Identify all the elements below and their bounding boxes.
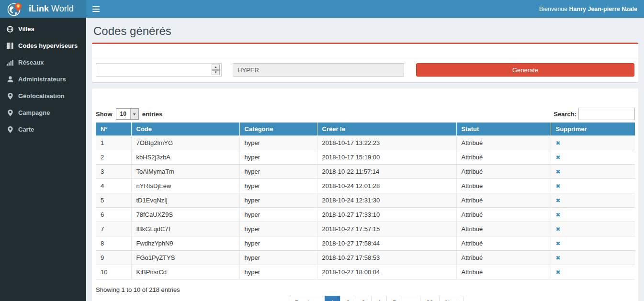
quantity-input[interactable]: ▲ ▼ — [96, 63, 222, 77]
delete-icon[interactable]: ✖ — [556, 240, 561, 247]
cell-category: hyper — [239, 193, 317, 208]
cell-code: tD1EvqNzIj — [131, 193, 239, 208]
category-field: HYPER — [233, 63, 404, 77]
delete-icon[interactable]: ✖ — [556, 154, 561, 161]
cell-num: 7 — [96, 222, 131, 236]
map-marker-icon — [6, 93, 14, 100]
cell-status: Attribué — [456, 150, 551, 165]
cell-code: KiBPirsrCd — [131, 265, 239, 279]
table-row: 3ToAiMymaTmhyper2018-10-22 11:57:14Attri… — [96, 165, 635, 179]
cell-created: 2018-10-22 11:57:14 — [317, 165, 456, 179]
cell-category: hyper — [239, 265, 317, 279]
delete-icon[interactable]: ✖ — [556, 183, 561, 190]
top-header: $ iLink World Bienvenue Hanry Jean-pierr… — [0, 0, 644, 18]
cell-status: Attribué — [456, 208, 551, 222]
cell-created: 2018-10-24 12:01:28 — [317, 179, 456, 193]
table-row: 4nYRIsDjEewhyper2018-10-24 12:01:28Attri… — [96, 179, 635, 193]
cell-code: IBkGLqdC7f — [131, 222, 239, 236]
pagination-next-button[interactable]: Next — [439, 296, 464, 301]
cell-status: Attribué — [456, 136, 551, 150]
cell-num: 2 — [96, 150, 131, 165]
sidebar-item-label: Administrateurs — [18, 76, 66, 83]
cell-delete: ✖ — [551, 251, 635, 265]
pagination-ellipsis: … — [402, 296, 420, 301]
spinner-down-icon[interactable]: ▼ — [212, 70, 220, 76]
chevron-down-icon: ∨ — [130, 109, 138, 119]
table-row: 17OBtg2lmYGhyper2018-10-17 13:22:23Attri… — [96, 136, 635, 150]
cell-num: 10 — [96, 265, 131, 279]
map-marker-icon — [6, 110, 14, 116]
sidebar-item-campagne[interactable]: Campagne — [0, 104, 86, 121]
table-row: 8FwdhzYphN9hyper2018-10-27 17:58:44Attri… — [96, 236, 635, 251]
sidebar-item-villes[interactable]: Villes — [0, 21, 86, 37]
ilink-world-logo-icon: $ — [7, 1, 23, 17]
sidebar-item-r-seaux[interactable]: Réseaux — [0, 54, 86, 71]
delete-icon[interactable]: ✖ — [556, 140, 561, 146]
table-row: 9FGo1PyZTYShyper2018-10-27 17:58:53Attri… — [96, 251, 635, 265]
sidebar-item-label: Villes — [18, 25, 34, 33]
column-header[interactable]: Créer le — [317, 123, 456, 136]
search-input[interactable] — [578, 108, 635, 120]
entries-info: Showing 1 to 10 of 218 entries — [96, 286, 635, 293]
sidebar-item-label: Réseaux — [18, 59, 44, 66]
delete-icon[interactable]: ✖ — [556, 168, 561, 175]
cell-category: hyper — [239, 150, 317, 165]
cell-status: Attribué — [456, 265, 551, 279]
delete-icon[interactable]: ✖ — [556, 226, 561, 233]
page-length-control: Show 10 ∨ entries — [96, 108, 162, 120]
pagination-page-1[interactable]: 1 — [325, 296, 340, 301]
cell-status: Attribué — [456, 165, 551, 179]
delete-icon[interactable]: ✖ — [556, 269, 561, 276]
cell-code: 78fCaUXZ9S — [131, 208, 239, 222]
cell-delete: ✖ — [551, 150, 635, 165]
column-header[interactable]: N° — [96, 123, 131, 136]
page-title: Codes générés — [93, 24, 638, 38]
sidebar-item-label: Campagne — [18, 109, 50, 116]
pagination-previous-button[interactable]: Previous — [289, 296, 326, 301]
column-header[interactable]: Code — [131, 123, 239, 136]
cell-status: Attribué — [456, 222, 551, 236]
pagination-page-22[interactable]: 22 — [420, 296, 439, 301]
sidebar-item-administrateurs[interactable]: Administrateurs — [0, 71, 86, 88]
cell-num: 8 — [96, 236, 131, 251]
pagination-page-4[interactable]: 4 — [371, 296, 387, 301]
pagination-page-3[interactable]: 3 — [356, 296, 372, 301]
entries-label: entries — [142, 111, 163, 118]
pagination-page-5[interactable]: 5 — [386, 296, 402, 301]
brand-title-bold: iLink — [29, 4, 49, 13]
sidebar-nav: VillesCodes hyperviseursRéseauxAdministr… — [0, 18, 86, 301]
cell-num: 9 — [96, 251, 131, 265]
number-spinner: ▲ ▼ — [212, 65, 220, 75]
signal-icon — [6, 59, 14, 66]
table-header-row: N°CodeCatégorieCréer leStatutSupprimer — [96, 123, 635, 136]
column-header[interactable]: Catégorie — [239, 123, 317, 136]
cell-created: 2018-10-24 12:31:30 — [317, 193, 456, 208]
pagination: Previous12345…22Next — [289, 296, 464, 301]
page-length-value: 10 — [116, 109, 130, 119]
delete-icon[interactable]: ✖ — [556, 255, 561, 261]
hamburger-icon — [92, 6, 100, 7]
page-length-select[interactable]: 10 ∨ — [116, 108, 139, 120]
cell-num: 6 — [96, 208, 131, 222]
cell-delete: ✖ — [551, 165, 635, 179]
globe-icon — [6, 26, 14, 33]
sidebar-item-codes-hyperviseurs[interactable]: Codes hyperviseurs — [0, 37, 86, 54]
brand-title: iLink World — [29, 4, 74, 14]
sidebar-item-g-olocalisation[interactable]: Géolocalisation — [0, 88, 86, 104]
generator-form: ▲ ▼ HYPER Generate — [92, 58, 638, 82]
brand-area[interactable]: $ iLink World — [0, 0, 86, 18]
pagination-page-2[interactable]: 2 — [340, 296, 356, 301]
cell-category: hyper — [239, 179, 317, 193]
category-value: HYPER — [237, 67, 259, 74]
generate-button[interactable]: Generate — [416, 63, 634, 77]
cell-category: hyper — [239, 136, 317, 150]
column-header[interactable]: Supprimer — [551, 123, 635, 136]
delete-icon[interactable]: ✖ — [556, 212, 561, 218]
column-header[interactable]: Statut — [456, 123, 551, 136]
spinner-up-icon[interactable]: ▲ — [212, 65, 220, 70]
cell-category: hyper — [239, 222, 317, 236]
sidebar-item-carte[interactable]: Carte — [0, 121, 86, 138]
sidebar-toggle-button[interactable] — [86, 0, 105, 18]
delete-icon[interactable]: ✖ — [556, 197, 561, 204]
table-row: 5tD1EvqNzIjhyper2018-10-24 12:31:30Attri… — [96, 193, 635, 208]
